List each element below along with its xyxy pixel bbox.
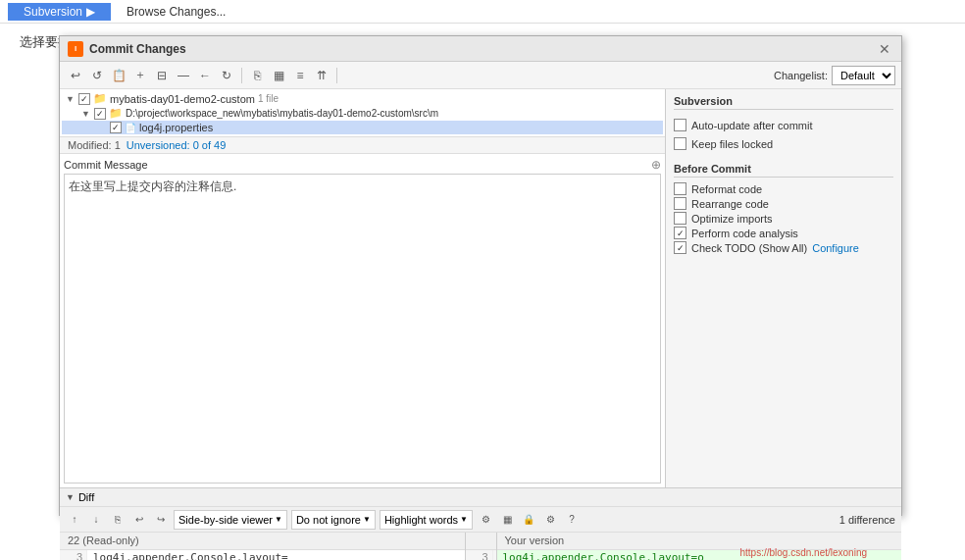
auto-update-checkbox[interactable] [674, 119, 686, 131]
tree-item-file[interactable]: ✓ 📄 log4j.properties [62, 121, 663, 134]
toolbar-separator-1 [241, 68, 242, 83]
before-commit-title: Before Commit [674, 163, 893, 178]
optimize-checkbox[interactable] [674, 212, 686, 225]
configure-link[interactable]: Configure [812, 242, 859, 254]
dialog-titlebar: I Commit Changes ✕ [60, 36, 901, 62]
reformat-checkbox[interactable] [674, 182, 686, 195]
subversion-button[interactable]: Subversion ▶ [8, 3, 111, 21]
viewer-dropdown-arrow-icon: ▼ [275, 515, 282, 524]
toolbar-btn-clip[interactable]: ⎘ [247, 66, 267, 85]
diff-settings-btn[interactable]: ⚙ [477, 511, 494, 529]
toolbar-btn-list[interactable]: ≡ [290, 66, 310, 85]
diff-columns-btn[interactable]: ▦ [498, 511, 516, 529]
tree-arrow-icon: ▼ [66, 94, 76, 104]
close-icon[interactable]: ✕ [876, 40, 893, 58]
viewer-label: Side-by-side viewer [178, 514, 273, 526]
tree-root-count: 1 file [258, 93, 279, 104]
tree-checkbox-file[interactable]: ✓ [110, 122, 122, 133]
optimize-label: Optimize imports [691, 213, 773, 225]
code-analysis-label: Perform code analysis [691, 228, 798, 239]
toolbar-btn-minus[interactable]: ⊟ [152, 66, 172, 85]
diff-copy-btn[interactable]: ⎘ [109, 511, 127, 529]
tree-root-name: mybatis-day01-demo2-custom [110, 93, 255, 105]
reformat-label: Reformat code [691, 183, 762, 195]
subversion-arrow-icon: ▶ [86, 5, 95, 19]
tree-item-root[interactable]: ▼ ✓ 📁 mybatis-day01-demo2-custom 1 file [62, 91, 663, 106]
option-optimize: Optimize imports [674, 211, 893, 226]
changelist-select[interactable]: Default [832, 66, 895, 85]
diff-help-btn[interactable]: ? [563, 511, 581, 529]
diff-up-btn[interactable]: ↑ [66, 511, 83, 529]
option-reformat: Reformat code [674, 181, 893, 196]
side-by-side-viewer-dropdown[interactable]: Side-by-side viewer ▼ [174, 510, 287, 530]
check-todo-checkbox[interactable]: ✓ [674, 241, 686, 254]
keep-locked-label: Keep files locked [691, 138, 773, 150]
toolbar-btn-dash[interactable]: — [174, 66, 193, 85]
toolbar-btn-up[interactable]: ⇈ [312, 66, 331, 85]
option-check-todo: ✓ Check TODO (Show All) Configure [674, 240, 893, 255]
diff-left-lines: 3 log4j.appender.Console.layout= 4 log4j… [60, 550, 465, 560]
commit-dialog: I Commit Changes ✕ ↩ ↺ 📋 ＋ ⊟ — ← ↻ ⎘ ▦ ≡… [59, 35, 902, 516]
folder-dir-icon: 📁 [109, 107, 123, 120]
subversion-label: Subversion [24, 5, 82, 19]
watermark: https://blog.csdn.net/lexoning [739, 547, 867, 558]
diff-left-line-1: 3 log4j.appender.Console.layout= [60, 550, 465, 560]
option-code-analysis: ✓ Perform code analysis [674, 226, 893, 240]
auto-update-label: Auto-update after commit [691, 120, 813, 131]
code-analysis-checkbox[interactable]: ✓ [674, 227, 686, 239]
intellij-logo-icon: I [68, 41, 83, 57]
diff-section-header[interactable]: ▼ Diff [60, 488, 901, 507]
changelist-label: Changelist: [774, 70, 828, 81]
toolbar-btn-refresh[interactable]: ↩ [66, 66, 85, 85]
folder-icon: 📁 [93, 92, 107, 105]
tree-dir-path: D:\project\workspace_new\mybatis\mybatis… [126, 108, 438, 119]
check-todo-label: Check TODO (Show All) [691, 242, 807, 254]
ignore-dropdown-arrow-icon: ▼ [363, 515, 371, 524]
diff-next-btn[interactable]: ↪ [152, 511, 170, 529]
left-panel: ▼ ✓ 📁 mybatis-day01-demo2-custom 1 file … [60, 89, 666, 487]
commit-message-input[interactable]: 在这里写上提交内容的注释信息. [64, 174, 661, 484]
toolbar-btn-left[interactable]: ← [195, 66, 215, 85]
tree-arrow-dir-icon: ▼ [81, 109, 91, 119]
line-num-3-left: 3 [60, 550, 87, 560]
commit-message-label: Commit Message ⊕ [64, 158, 661, 172]
commit-label-text: Commit Message [64, 159, 148, 171]
tree-checkbox-dir[interactable]: ✓ [94, 108, 106, 120]
tree-checkbox-root[interactable]: ✓ [78, 93, 90, 105]
toolbar: ↩ ↺ 📋 ＋ ⊟ — ← ↻ ⎘ ▦ ≡ ⇈ Changelist: Defa… [60, 62, 901, 89]
dialog-title-area: I Commit Changes [68, 41, 186, 57]
diff-options-btn[interactable]: ⚙ [541, 511, 559, 529]
status-bar: Modified: 1 Unversioned: 0 of 49 [60, 137, 665, 154]
line-num-3-mid: 3 [466, 550, 493, 560]
status-unversioned: Unversioned: 0 of 49 [127, 139, 227, 151]
diff-down-btn[interactable]: ↓ [87, 511, 105, 529]
ignore-dropdown[interactable]: Do not ignore ▼ [291, 510, 376, 530]
line-content-3-left: log4j.appender.Console.layout= [87, 550, 465, 560]
highlight-dropdown[interactable]: Highlight words ▼ [380, 510, 473, 530]
toolbar-btn-undo[interactable]: ↺ [87, 66, 107, 85]
option-auto-update: Auto-update after commit [674, 118, 893, 132]
toolbar-btn-add[interactable]: ＋ [130, 66, 150, 85]
toolbar-btn-grid[interactable]: ▦ [269, 66, 288, 85]
option-keep-locked: Keep files locked [674, 136, 893, 151]
highlight-label: Highlight words [384, 514, 458, 526]
commit-message-area: Commit Message ⊕ 在这里写上提交内容的注释信息. [60, 154, 665, 487]
diff-toolbar: ↑ ↓ ⎘ ↩ ↪ Side-by-side viewer ▼ Do not i… [60, 507, 901, 533]
diff-left-header: 22 (Read-only) [60, 533, 465, 550]
toolbar-btn-copy[interactable]: 📋 [109, 66, 128, 85]
toolbar-btn-reload[interactable]: ↻ [217, 66, 236, 85]
browse-changes-link[interactable]: Browse Changes... [127, 5, 226, 19]
file-tree: ▼ ✓ 📁 mybatis-day01-demo2-custom 1 file … [60, 89, 665, 137]
rearrange-checkbox[interactable] [674, 197, 686, 210]
dialog-title: Commit Changes [89, 42, 186, 56]
status-modified: Modified: 1 [68, 139, 121, 151]
dialog-content: ▼ ✓ 📁 mybatis-day01-demo2-custom 1 file … [60, 89, 901, 487]
tree-item-dir[interactable]: ▼ ✓ 📁 D:\project\workspace_new\mybatis\m… [62, 106, 663, 121]
keep-locked-checkbox[interactable] [674, 137, 686, 150]
diff-sync-btn[interactable]: 🔒 [520, 511, 537, 529]
file-prop-icon: 📄 [125, 123, 136, 133]
commit-msg-icon: ⊕ [651, 158, 661, 172]
before-commit-section: Before Commit Reformat code Rearrange co… [674, 163, 893, 255]
diff-mid-line-1: 3 [466, 550, 496, 560]
diff-prev-btn[interactable]: ↩ [130, 511, 148, 529]
